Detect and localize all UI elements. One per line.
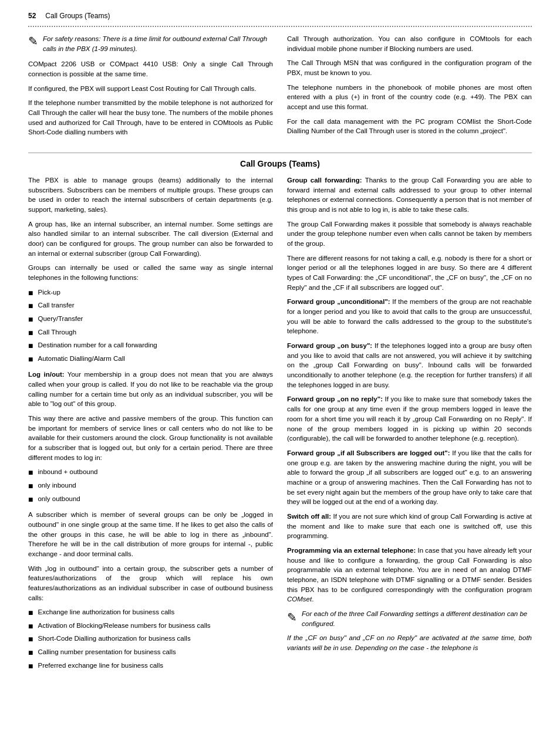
top-note: ✎ For safety reasons: There is a time li… xyxy=(28,34,273,53)
bullet-icon: ■ xyxy=(28,621,33,632)
list-item: ■Destination number for a call forwardin… xyxy=(28,340,273,352)
bold-term-login: Log in/out: xyxy=(28,371,65,378)
right-para-on-no-reply: Forward group „on no reply": If you like… xyxy=(287,394,532,443)
main-left-col: The PBX is able to manage groups (teams)… xyxy=(28,175,273,677)
top-right-para-3: The telephone numbers in the phonebook o… xyxy=(287,83,532,112)
top-left-para-2: If configured, the PBX will support Leas… xyxy=(28,84,273,94)
bullet-icon: ■ xyxy=(28,661,33,672)
bottom-note-icon: ✎ xyxy=(287,610,297,624)
main-two-col: The PBX is able to manage groups (teams)… xyxy=(28,175,532,677)
bullet-icon: ■ xyxy=(28,327,33,339)
right-para-reasons: There are different reasons for not taki… xyxy=(287,253,532,293)
top-right-col: Call Through authorization. You can also… xyxy=(287,34,532,142)
main-left-para-1: The PBX is able to manage groups (teams)… xyxy=(28,175,273,215)
top-section: ✎ For safety reasons: There is a time li… xyxy=(28,34,532,142)
top-left-para-1: COMpact 2206 USB or COMpact 4410 USB: On… xyxy=(28,59,273,79)
right-para-all-logged-out: Forward group „if all Subscribers are lo… xyxy=(287,448,532,507)
right-para-programming: Programming via an external telephone: I… xyxy=(287,546,532,604)
note-icon: ✎ xyxy=(28,35,38,47)
bullet-icon: ■ xyxy=(28,354,33,366)
para-logged-in: A subscriber which is member of several … xyxy=(28,510,273,559)
para-login: Log in/out: Your membership in a group d… xyxy=(28,370,273,409)
top-left-para-3: If the telephone number transmitted by t… xyxy=(28,98,273,137)
right-para-switch-off: Switch off all: If you are not sure whic… xyxy=(287,512,532,541)
list-item: ■Short-Code Dialling authorization for b… xyxy=(28,634,273,645)
right-para-unconditional: Forward group „unconditional": If the me… xyxy=(287,297,532,336)
para-active-passive: This way there are active and passive me… xyxy=(28,414,273,462)
bullet-icon: ■ xyxy=(28,647,33,659)
main-left-para-3: Groups can internally be used or called … xyxy=(28,263,273,282)
bullet-icon: ■ xyxy=(28,314,33,326)
bullet-list-2: ■inbound + outbound ■only inbound ■only … xyxy=(28,467,273,505)
top-left-col: ✎ For safety reasons: There is a time li… xyxy=(28,34,273,142)
top-right-para-4: For the call data management with the PC… xyxy=(287,117,532,136)
right-para-always: The group Call Forwarding makes it possi… xyxy=(287,219,532,249)
para-log-out: With „log in outbound" into a certain gr… xyxy=(28,564,273,603)
right-para-final: If the „CF on busy" and „CF on no Reply"… xyxy=(287,633,532,652)
bottom-note-text: For each of the three Call Forwarding se… xyxy=(302,609,532,628)
section-title: Call Groups (Teams) xyxy=(28,159,532,168)
section-divider xyxy=(28,153,532,153)
bottom-note: ✎ For each of the three Call Forwarding … xyxy=(287,609,532,628)
bullet-list-1: ■Pick-up ■Call transfer ■Query/Transfer … xyxy=(28,287,273,366)
list-item: ■inbound + outbound xyxy=(28,467,273,479)
list-item: ■Activation of Blocking/Release numbers … xyxy=(28,621,273,632)
bullet-icon: ■ xyxy=(28,300,33,312)
bullet-icon: ■ xyxy=(28,494,33,506)
list-item: ■Preferred exchange line for business ca… xyxy=(28,661,273,672)
bullet-icon: ■ xyxy=(28,287,33,299)
list-item: ■only inbound xyxy=(28,481,273,492)
right-para-gcf: Group call forwarding: Thanks to the gro… xyxy=(287,175,532,215)
bullet-icon: ■ xyxy=(28,481,33,492)
right-para-on-busy: Forward group „on busy": If the telephon… xyxy=(287,341,532,390)
list-item: ■Call transfer xyxy=(28,300,273,312)
page-header: 52 Call Groups (Teams) xyxy=(28,12,532,20)
page: 52 Call Groups (Teams) ✎ For safety reas… xyxy=(0,0,560,734)
list-item: ■Call Through xyxy=(28,327,273,339)
bullet-list-3: ■Exchange line authorization for busines… xyxy=(28,607,273,672)
note-text: For safety reasons: There is a time limi… xyxy=(43,34,273,53)
page-number: 52 xyxy=(28,12,36,20)
top-right-para-2: The Call Through MSN that was configured… xyxy=(287,58,532,77)
list-item: ■Calling number presentation for busines… xyxy=(28,647,273,659)
main-right-col: Group call forwarding: Thanks to the gro… xyxy=(287,175,532,677)
list-item: ■Exchange line authorization for busines… xyxy=(28,607,273,619)
top-divider xyxy=(28,26,532,27)
bullet-icon: ■ xyxy=(28,467,33,479)
bullet-icon: ■ xyxy=(28,340,33,352)
list-item: ■Automatic Dialling/Alarm Call xyxy=(28,354,273,366)
list-item: ■only outbound xyxy=(28,494,273,506)
list-item: ■Query/Transfer xyxy=(28,314,273,326)
top-right-para-1: Call Through authorization. You can also… xyxy=(287,34,532,53)
main-left-para-2: A group has, like an internal subscriber… xyxy=(28,219,273,259)
page-title-header: Call Groups (Teams) xyxy=(45,12,110,20)
list-item: ■Pick-up xyxy=(28,287,273,299)
bullet-icon: ■ xyxy=(28,634,33,645)
bullet-icon: ■ xyxy=(28,607,33,619)
